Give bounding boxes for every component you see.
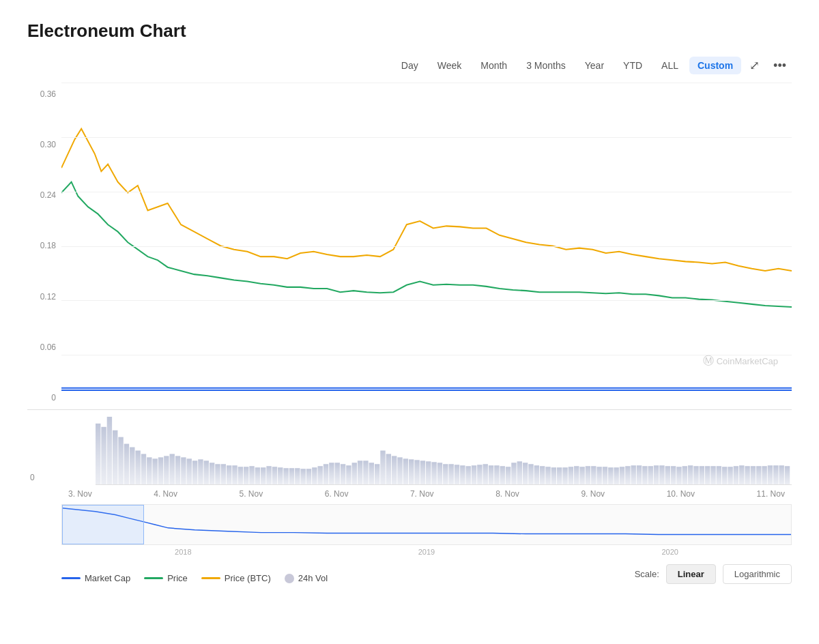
svg-rect-49: [375, 464, 379, 484]
svg-rect-67: [477, 465, 482, 484]
svg-rect-12: [164, 456, 169, 484]
main-chart: 0.36 0.30 0.24 0.18 0.12 0.06 0: [27, 83, 792, 410]
svg-rect-107: [705, 466, 710, 484]
svg-rect-41: [329, 463, 334, 484]
y-label-vol-0: 0: [27, 473, 35, 482]
svg-rect-37: [306, 469, 311, 484]
svg-rect-14: [175, 456, 180, 484]
svg-rect-106: [700, 466, 704, 484]
y-label-018: 0.18: [27, 241, 61, 250]
svg-rect-87: [591, 466, 596, 484]
svg-rect-5: [124, 444, 129, 484]
more-options-button[interactable]: •••: [768, 56, 792, 76]
svg-rect-13: [169, 454, 174, 484]
vol-legend-label: 24h Vol: [298, 573, 328, 583]
mini-overview-chart: [61, 504, 792, 545]
svg-rect-30: [266, 466, 271, 484]
svg-rect-110: [722, 467, 727, 484]
svg-rect-47: [363, 460, 368, 484]
svg-rect-86: [586, 466, 590, 484]
svg-rect-18: [198, 459, 203, 484]
svg-rect-22: [221, 464, 226, 484]
time-btn-day[interactable]: Day: [393, 57, 427, 74]
svg-rect-65: [465, 466, 470, 484]
legend-row: Market Cap Price Price (BTC) 24h Vol Sca…: [27, 564, 792, 584]
svg-rect-119: [773, 465, 778, 484]
svg-rect-109: [717, 466, 721, 484]
x-label-7nov: 7. Nov: [410, 489, 434, 499]
svg-rect-117: [762, 466, 766, 484]
x-label-3nov: 3. Nov: [68, 489, 92, 499]
svg-rect-72: [506, 467, 511, 484]
svg-rect-2: [107, 417, 112, 484]
svg-rect-3: [113, 430, 117, 484]
svg-rect-115: [751, 466, 756, 484]
time-btn-all[interactable]: ALL: [653, 57, 687, 74]
svg-rect-97: [648, 466, 653, 484]
legend: Market Cap Price Price (BTC) 24h Vol: [61, 573, 328, 583]
svg-rect-60: [437, 463, 442, 484]
mini-x-label-2020: 2020: [661, 548, 678, 556]
time-btn-3months[interactable]: 3 Months: [518, 57, 574, 74]
svg-rect-38: [312, 467, 317, 484]
svg-rect-96: [642, 466, 647, 484]
svg-rect-28: [255, 467, 260, 484]
price-legend-label: Price: [167, 573, 188, 583]
svg-rect-32: [278, 467, 283, 484]
mini-chart-svg: [62, 505, 791, 544]
scale-linear-btn[interactable]: Linear: [666, 564, 716, 584]
market-cap-legend-line: [61, 577, 81, 579]
mini-chart-selector[interactable]: [62, 505, 144, 544]
svg-rect-59: [431, 462, 436, 484]
svg-rect-57: [420, 460, 425, 484]
svg-rect-79: [545, 467, 550, 484]
watermark: Ⓜ CoinMarketCap: [703, 354, 778, 368]
svg-rect-20: [210, 463, 214, 484]
svg-rect-112: [734, 466, 738, 484]
svg-rect-71: [500, 466, 505, 484]
svg-rect-6: [130, 448, 134, 485]
svg-rect-91: [614, 467, 618, 484]
svg-rect-10: [152, 458, 157, 484]
svg-rect-63: [455, 465, 459, 484]
price-btc-legend-line: [201, 577, 220, 579]
svg-rect-53: [397, 457, 402, 484]
svg-rect-27: [249, 466, 254, 484]
grid-line-3: [61, 246, 792, 247]
svg-rect-95: [637, 465, 642, 484]
time-btn-week[interactable]: Week: [429, 57, 470, 74]
time-btn-ytd[interactable]: YTD: [615, 57, 650, 74]
svg-rect-70: [494, 465, 499, 484]
x-label-10nov: 10. Nov: [667, 489, 695, 499]
svg-rect-116: [756, 466, 761, 484]
svg-rect-113: [739, 465, 744, 484]
svg-rect-29: [261, 467, 265, 484]
scale-logarithmic-btn[interactable]: Logarithmic: [723, 564, 792, 584]
time-btn-custom[interactable]: Custom: [689, 57, 741, 74]
x-label-8nov: 8. Nov: [495, 489, 519, 499]
svg-rect-78: [540, 466, 545, 484]
svg-rect-76: [528, 464, 533, 484]
svg-rect-55: [409, 459, 414, 484]
x-label-6nov: 6. Nov: [325, 489, 349, 499]
svg-rect-80: [551, 467, 556, 484]
svg-rect-89: [603, 467, 607, 484]
svg-rect-45: [352, 463, 357, 484]
svg-rect-111: [728, 467, 732, 484]
x-label-9nov: 9. Nov: [581, 489, 605, 499]
svg-rect-25: [238, 467, 243, 484]
svg-rect-1: [101, 427, 106, 484]
svg-rect-24: [232, 465, 237, 484]
time-btn-year[interactable]: Year: [577, 57, 612, 74]
mini-x-label-2018: 2018: [175, 548, 191, 556]
expand-button[interactable]: ⤢: [744, 55, 765, 76]
svg-rect-21: [215, 464, 220, 484]
time-btn-month[interactable]: Month: [472, 57, 515, 74]
svg-rect-61: [443, 464, 448, 484]
svg-rect-83: [569, 467, 573, 484]
y-label-012: 0.12: [27, 292, 61, 302]
svg-rect-101: [671, 466, 676, 484]
x-label-5nov: 5. Nov: [239, 489, 263, 499]
market-cap-legend-label: Market Cap: [85, 573, 130, 583]
svg-rect-0: [96, 424, 100, 484]
